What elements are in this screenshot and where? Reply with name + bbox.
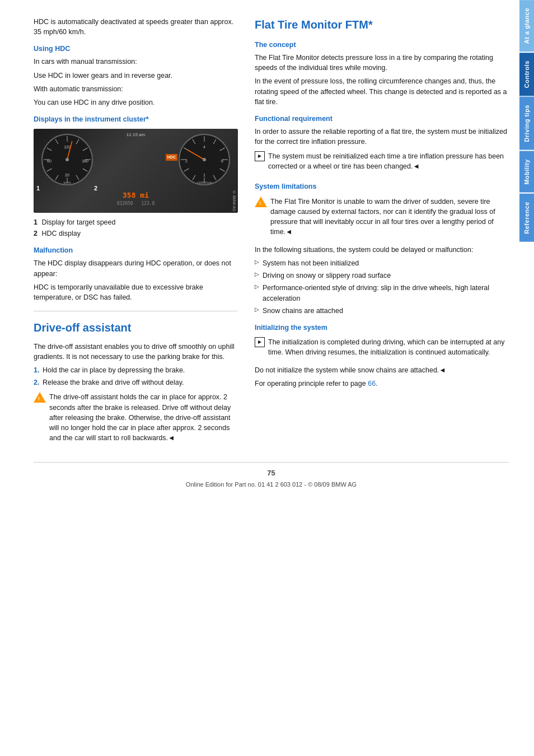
left-speedo-svg: 120 60 180 20 km/h bbox=[39, 132, 95, 188]
display-items-list: 1 Display for target speed 2 HDC display bbox=[34, 217, 238, 239]
functional-req-text1: In order to assure the reliable reportin… bbox=[255, 127, 509, 147]
initializing-page-ref: For operating principle refer to page 66… bbox=[255, 379, 509, 389]
tab-at-a-glance[interactable]: At a glance bbox=[519, 0, 534, 52]
right-speedo-svg: 4 2 6 1 ×1000/min bbox=[176, 132, 232, 188]
ftm-main-heading: Flat Tire Monitor FTM* bbox=[255, 17, 509, 33]
divider-1 bbox=[34, 311, 238, 311]
concept-text2: In the event of pressure loss, the rolli… bbox=[255, 76, 509, 106]
limit-item-3: Performance-oriented style of driving: s… bbox=[255, 283, 509, 303]
limit-item-1: System has not been initialized bbox=[255, 258, 509, 268]
drive-off-end-mark: ◄ bbox=[168, 434, 175, 442]
hdc-indicator: HDC bbox=[166, 154, 177, 161]
svg-point-38 bbox=[203, 158, 206, 161]
initializing-end-mark: ◄ bbox=[439, 366, 446, 374]
svg-text:×1000/min: ×1000/min bbox=[196, 181, 212, 184]
auto-trans-text: You can use HDC in any drive position. bbox=[34, 97, 238, 108]
using-hdc-heading: Using HDC bbox=[34, 44, 238, 54]
svg-text:180: 180 bbox=[82, 159, 88, 163]
side-tabs: At a glance Controls Driving tips Mobili… bbox=[518, 0, 534, 756]
drive-off-heading: Drive-off assistant bbox=[34, 320, 238, 336]
displays-heading: Displays in the instrument cluster* bbox=[34, 114, 238, 124]
tab-reference[interactable]: Reference bbox=[519, 194, 534, 242]
functional-req-end-mark: ◄ bbox=[413, 162, 420, 170]
drive-off-step1: 1. Hold the car in place by depressing t… bbox=[34, 365, 238, 375]
functional-req-note-text: The system must be reinitialized each ti… bbox=[268, 151, 509, 171]
right-column: Flat Tire Monitor FTM* The concept The F… bbox=[255, 17, 509, 451]
tab-mobility[interactable]: Mobility bbox=[519, 151, 534, 193]
functional-req-heading: Functional requirement bbox=[255, 114, 509, 124]
initializing-note-icon bbox=[255, 337, 265, 347]
label-1: 1 bbox=[36, 184, 40, 193]
note-play-icon bbox=[255, 151, 265, 161]
system-limits-warning-icon bbox=[255, 197, 267, 207]
system-limits-intro: In the following situations, the system … bbox=[255, 245, 509, 255]
svg-text:60: 60 bbox=[47, 159, 51, 163]
svg-text:2: 2 bbox=[185, 159, 188, 163]
left-column: HDC is automatically deactivated at spee… bbox=[34, 17, 238, 451]
concept-heading: The concept bbox=[255, 40, 509, 50]
system-limits-end-mark: ◄ bbox=[285, 228, 292, 236]
tab-controls[interactable]: Controls bbox=[519, 53, 534, 96]
drive-off-warning: The drive-off assistant holds the car in… bbox=[34, 392, 238, 446]
system-limits-warning-text: The Flat Tire Monitor is unable to warn … bbox=[270, 197, 509, 237]
page-number: 75 bbox=[34, 468, 509, 479]
display-item-1: 1 Display for target speed bbox=[34, 217, 238, 227]
initializing-heading: Initializing the system bbox=[255, 323, 509, 333]
svg-text:6: 6 bbox=[221, 159, 223, 163]
drive-off-intro: The drive-off assistant enables you to d… bbox=[34, 342, 238, 362]
center-instrument-display: 358 mi 032050 123.8 bbox=[117, 190, 154, 207]
label-2: 2 bbox=[94, 184, 97, 193]
drive-off-step2: 2. Release the brake and drive off witho… bbox=[34, 377, 238, 388]
tab-driving-tips[interactable]: Driving tips bbox=[519, 97, 534, 150]
page-footer: 75 Online Edition for Part no. 01 41 2 6… bbox=[34, 462, 509, 489]
drive-off-warning-text: The drive-off assistant holds the car in… bbox=[49, 392, 238, 443]
concept-text1: The Flat Tire Monitor detects pressure l… bbox=[255, 53, 509, 73]
limit-item-4: Snow chains are attached bbox=[255, 306, 509, 316]
system-limits-heading: System limitations bbox=[255, 181, 509, 192]
svg-text:20: 20 bbox=[65, 173, 69, 177]
initializing-note: The initialization is completed during d… bbox=[255, 337, 509, 361]
svg-text:4: 4 bbox=[203, 145, 205, 149]
malfunction-text2: HDC is temporarily unavailable due to ex… bbox=[34, 282, 238, 302]
system-limits-warning: The Flat Tire Monitor is unable to warn … bbox=[255, 197, 509, 241]
malfunction-heading: Malfunction bbox=[34, 245, 238, 255]
display-item-2: 2 HDC display bbox=[34, 228, 238, 239]
initializing-text1: Do not initialize the system while snow … bbox=[255, 365, 509, 375]
footer-text: Online Edition for Part no. 01 41 2 603 … bbox=[34, 480, 509, 489]
svg-text:120: 120 bbox=[64, 145, 71, 149]
limit-item-2: Driving on snowy or slippery road surfac… bbox=[255, 270, 509, 281]
auto-trans-label: With automatic transmission: bbox=[34, 84, 238, 94]
svg-text:km/h: km/h bbox=[63, 181, 71, 184]
manual-trans-label: In cars with manual transmission: bbox=[34, 57, 238, 67]
functional-req-note: The system must be reinitialized each ti… bbox=[255, 151, 509, 175]
main-content: HDC is automatically deactivated at spee… bbox=[0, 0, 534, 756]
warning-triangle-icon bbox=[34, 392, 46, 403]
image-copyright: © BMW AG bbox=[231, 190, 237, 212]
page-66-link[interactable]: 66 bbox=[368, 380, 376, 388]
malfunction-text1: The HDC display disappears during HDC op… bbox=[34, 258, 238, 278]
system-limits-list: System has not been initialized Driving … bbox=[255, 258, 509, 316]
instrument-cluster-image: 120 60 180 20 km/h bbox=[34, 129, 238, 213]
hdc-deactivation-text: HDC is automatically deactivated at spee… bbox=[34, 17, 238, 37]
manual-trans-text: Use HDC in lower gears and in reverse ge… bbox=[34, 71, 238, 81]
drive-off-steps: 1. Hold the car in place by depressing t… bbox=[34, 365, 238, 388]
svg-point-18 bbox=[65, 158, 69, 161]
initializing-note-text: The initialization is completed during d… bbox=[268, 337, 509, 357]
time-display: 11:15 am bbox=[127, 132, 145, 138]
svg-text:1: 1 bbox=[203, 173, 205, 177]
